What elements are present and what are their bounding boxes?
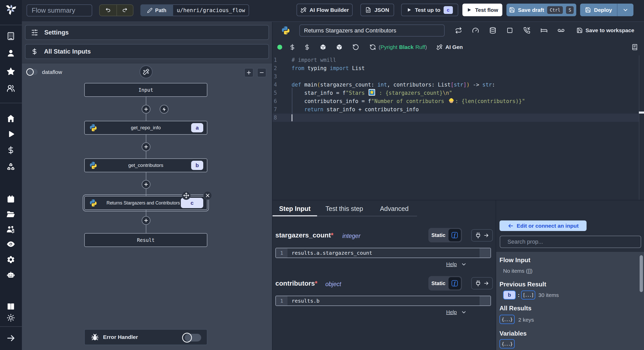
resource-picker-dollar-icon[interactable] — [304, 44, 310, 50]
add-step-button[interactable] — [142, 216, 150, 225]
lang-assistants-status[interactable]: ( Pyright Black Ruff ) — [379, 39, 427, 55]
add-step-button[interactable] — [142, 180, 150, 189]
add-trigger-bolt-button[interactable] — [160, 105, 168, 114]
tab-test-this-step[interactable]: Test this step — [317, 201, 371, 216]
step-title-input[interactable] — [299, 24, 445, 37]
docs-book-icon[interactable] — [6, 302, 15, 311]
flow-settings-bar[interactable]: Settings — [25, 25, 269, 40]
windmill-logo-icon[interactable] — [5, 3, 17, 15]
flow-node-result[interactable]: Result — [84, 233, 207, 247]
required-asterisk: * — [331, 231, 333, 239]
package-icon[interactable] — [336, 44, 343, 51]
test-up-to-button[interactable]: Test up to c — [401, 4, 458, 16]
variables-object-badge[interactable]: {...} — [499, 339, 515, 348]
error-handler-bar[interactable]: Error Handler — [84, 329, 207, 345]
all-results-object-badge[interactable]: {...} — [499, 315, 515, 324]
deploy-dropdown-button[interactable] — [617, 4, 633, 16]
flow-input-empty: No items ([]) — [503, 268, 532, 274]
workers-users-gear-icon[interactable] — [6, 225, 15, 234]
connect-input-plug-button[interactable] — [471, 229, 493, 242]
runs-play-icon[interactable] — [7, 130, 15, 138]
ai-gen-button[interactable]: AI Gen — [436, 39, 463, 55]
dataflow-toggle[interactable] — [26, 68, 38, 76]
connect-input-plug-button[interactable] — [471, 277, 493, 289]
reset-rotate-ccw-icon[interactable] — [352, 44, 359, 50]
save-draft-label: Save draft — [518, 7, 544, 13]
deploy-button[interactable]: Deploy — [580, 4, 617, 16]
test-up-to-label: Test up to — [415, 7, 440, 13]
flow-node-get-contributors[interactable]: get_contributors b — [84, 158, 207, 172]
function-mode-thumb[interactable]: f — [448, 277, 461, 289]
edit-or-connect-button[interactable]: Edit or connect an input — [499, 220, 587, 231]
resources-boxes-icon[interactable] — [6, 162, 15, 171]
tab-advanced[interactable]: Advanced — [371, 201, 417, 216]
collapse-arrow-right-icon[interactable] — [6, 334, 15, 343]
help-link[interactable]: Help — [446, 309, 467, 315]
zoom-in-button[interactable] — [244, 68, 253, 77]
all-static-inputs-bar[interactable]: All Static Inputs — [25, 44, 269, 59]
plug-icon — [475, 280, 481, 287]
ai-wand-button[interactable] — [140, 65, 152, 78]
input-mode-toggle-static[interactable]: Static f — [428, 228, 462, 242]
settings-gear-icon[interactable] — [6, 255, 15, 264]
favorites-star-icon[interactable] — [6, 67, 15, 76]
zoom-out-button[interactable] — [257, 68, 266, 77]
tab-step-input[interactable]: Step Input — [273, 201, 317, 216]
path-input[interactable] — [173, 4, 249, 16]
python-icon — [89, 124, 97, 132]
schedules-calendar-icon[interactable] — [7, 195, 15, 203]
flow-graph-canvas[interactable]: dataflow Input get_repo_info a — [22, 63, 272, 350]
flow-node-input[interactable]: Input — [84, 83, 207, 97]
expr-line-number: 1 — [276, 296, 287, 305]
expr-right-widget — [480, 296, 490, 305]
home-icon[interactable] — [6, 114, 15, 123]
step-node-label: get_contributors — [128, 163, 163, 168]
add-step-button[interactable] — [142, 105, 150, 114]
pencil-icon — [147, 8, 152, 13]
early-stop-gauge-icon[interactable] — [472, 27, 479, 34]
undo-button[interactable] — [100, 5, 116, 16]
retry-repeat-icon[interactable] — [455, 27, 462, 34]
ai-flow-builder-button[interactable]: AI Flow Builder — [296, 4, 353, 16]
redo-button[interactable] — [116, 5, 133, 16]
wand-sparkles-icon — [436, 44, 443, 50]
path-chip[interactable]: Path — [140, 4, 173, 16]
workspace-building-icon[interactable] — [7, 32, 15, 40]
folders-folder-open-icon[interactable] — [6, 210, 15, 219]
package-icon[interactable] — [320, 44, 327, 51]
scrollbar-thumb[interactable] — [640, 255, 643, 292]
cache-database-icon[interactable] — [489, 27, 496, 34]
audit-eye-icon[interactable] — [6, 240, 15, 249]
function-f-icon: f — [452, 232, 458, 238]
kbd-s: S — [566, 6, 574, 14]
theme-sun-icon[interactable] — [7, 314, 15, 322]
json-button[interactable]: JSON — [360, 4, 394, 16]
variables-dollar-icon[interactable] — [7, 146, 15, 154]
previous-result-count: 30 items — [538, 292, 559, 298]
move-node-handle[interactable] — [182, 191, 191, 200]
variable-picker-dollar-icon[interactable] — [289, 44, 296, 50]
test-flow-button[interactable]: Test flow — [462, 4, 502, 16]
ai-robot-icon[interactable] — [6, 271, 15, 279]
groups-users-icon[interactable] — [6, 84, 15, 93]
input-mode-toggle-static[interactable]: Static f — [428, 276, 462, 291]
flow-summary-input[interactable] — [27, 4, 92, 16]
paren-close: ) — [425, 44, 427, 50]
search-prop-input[interactable] — [500, 236, 641, 248]
flow-node-get-repo-info[interactable]: get_repo_info a — [84, 121, 207, 135]
previous-result-array-badge[interactable]: [...] — [521, 291, 535, 300]
arrow-left-icon — [507, 223, 514, 229]
expr-editor-stargazers-count[interactable]: 1 results.a.stargazers_count — [275, 248, 491, 258]
previous-result-key-badge[interactable]: b — [503, 291, 516, 300]
expr-editor-contributors[interactable]: 1 results.b — [275, 296, 491, 306]
add-step-button[interactable] — [142, 142, 150, 151]
user-icon[interactable] — [7, 49, 15, 58]
error-handler-toggle[interactable] — [182, 333, 201, 343]
step-id-badge: a — [191, 123, 203, 132]
help-link[interactable]: Help — [446, 261, 467, 267]
delete-node-button[interactable] — [203, 191, 212, 200]
save-draft-button[interactable]: Save draft Ctrl S — [506, 4, 576, 16]
function-mode-thumb[interactable]: f — [448, 229, 461, 241]
error-handler-label: Error Handler — [103, 334, 138, 340]
reload-refresh-icon[interactable] — [370, 44, 376, 50]
